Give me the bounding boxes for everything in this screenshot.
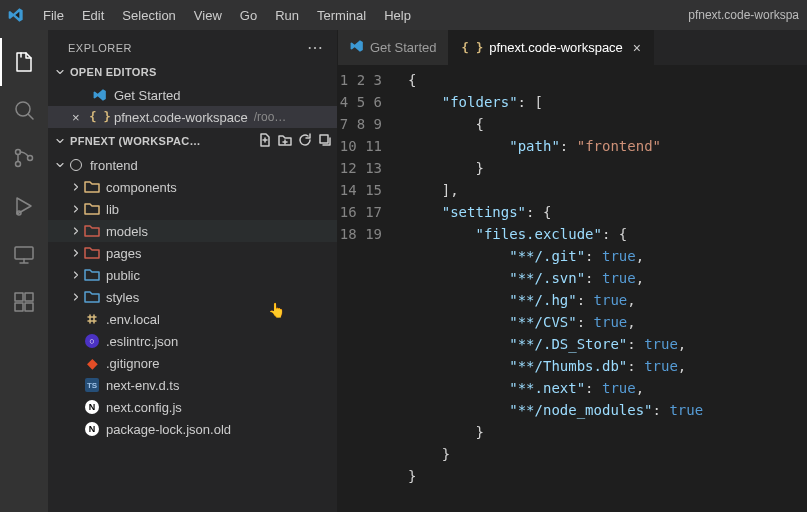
braces-icon: { } bbox=[461, 41, 483, 55]
tree-file[interactable]: Npackage-lock.json.old bbox=[48, 418, 337, 440]
folder-icon bbox=[84, 179, 100, 195]
close-icon[interactable]: × bbox=[633, 40, 641, 56]
tab-get-started[interactable]: Get Started bbox=[338, 30, 449, 65]
open-editor-label: pfnext.code-workspace bbox=[114, 110, 248, 125]
tree-label: .env.local bbox=[106, 312, 160, 327]
tree-root[interactable]: frontend bbox=[48, 154, 337, 176]
explorer-sidebar: EXPLORER ⋯ OPEN EDITORS Get Started × { … bbox=[48, 30, 338, 512]
workspace-label: PFNEXT (WORKSPAC… bbox=[70, 135, 201, 147]
svg-rect-7 bbox=[25, 293, 33, 301]
chevron-right-icon bbox=[68, 198, 84, 220]
editor-tabs: Get Started { } pfnext.code-workspace × bbox=[338, 30, 807, 65]
chevron-right-icon bbox=[68, 220, 84, 242]
braces-icon: { } bbox=[92, 109, 108, 125]
menu-selection[interactable]: Selection bbox=[113, 8, 184, 23]
activity-run[interactable] bbox=[0, 182, 48, 230]
circle-icon bbox=[68, 157, 84, 173]
sidebar-more-icon[interactable]: ⋯ bbox=[307, 40, 324, 56]
tree-file[interactable]: .env.local bbox=[48, 308, 337, 330]
eslint-icon: ○ bbox=[84, 333, 100, 349]
menu-terminal[interactable]: Terminal bbox=[308, 8, 375, 23]
folder-icon bbox=[84, 201, 100, 217]
tree-folder[interactable]: public bbox=[48, 264, 337, 286]
activity-remote[interactable] bbox=[0, 230, 48, 278]
open-editor-item[interactable]: × { } pfnext.code-workspace /roo… bbox=[48, 106, 337, 128]
code-content[interactable]: { "folders": [ { "path": "frontend" } ],… bbox=[398, 65, 807, 512]
activity-bar bbox=[0, 30, 48, 512]
chevron-right-icon bbox=[68, 264, 84, 286]
menu-edit[interactable]: Edit bbox=[73, 8, 113, 23]
folder-icon bbox=[84, 245, 100, 261]
menu-help[interactable]: Help bbox=[375, 8, 420, 23]
vscode-logo-icon bbox=[8, 7, 24, 23]
title-bar: FileEditSelectionViewGoRunTerminalHelp p… bbox=[0, 0, 807, 30]
sidebar-title: EXPLORER bbox=[68, 42, 132, 54]
open-editor-meta: /roo… bbox=[254, 110, 287, 124]
tree-label: .gitignore bbox=[106, 356, 159, 371]
folder-icon bbox=[84, 223, 100, 239]
svg-rect-9 bbox=[25, 303, 33, 311]
tree-file[interactable]: ○.eslintrc.json bbox=[48, 330, 337, 352]
tree-label: next.config.js bbox=[106, 400, 182, 415]
tree-label: public bbox=[106, 268, 140, 283]
svg-rect-10 bbox=[320, 135, 328, 143]
activity-source-control[interactable] bbox=[0, 134, 48, 182]
env-icon bbox=[84, 311, 100, 327]
tree-label: .eslintrc.json bbox=[106, 334, 178, 349]
activity-explorer[interactable] bbox=[0, 38, 48, 86]
activity-extensions[interactable] bbox=[0, 278, 48, 326]
menu-view[interactable]: View bbox=[185, 8, 231, 23]
nextjs-icon: N bbox=[84, 421, 100, 437]
new-file-icon[interactable] bbox=[257, 132, 273, 150]
svg-rect-6 bbox=[15, 293, 23, 301]
tree-folder[interactable]: components bbox=[48, 176, 337, 198]
line-numbers: 1 2 3 4 5 6 7 8 9 10 11 12 13 14 15 16 1… bbox=[338, 65, 398, 512]
tree-folder[interactable]: pages bbox=[48, 242, 337, 264]
menu-file[interactable]: File bbox=[34, 8, 73, 23]
chevron-right-icon bbox=[68, 242, 84, 264]
open-editors-section[interactable]: OPEN EDITORS bbox=[48, 60, 337, 84]
open-editor-item[interactable]: Get Started bbox=[48, 84, 337, 106]
ts-icon: TS bbox=[84, 377, 100, 393]
svg-rect-5 bbox=[15, 247, 33, 259]
open-editors-label: OPEN EDITORS bbox=[70, 66, 157, 78]
menu-run[interactable]: Run bbox=[266, 8, 308, 23]
tree-folder[interactable]: lib bbox=[48, 198, 337, 220]
chevron-down-icon bbox=[52, 154, 68, 176]
chevron-down-icon bbox=[52, 133, 68, 149]
chevron-right-icon bbox=[68, 176, 84, 198]
workspace-section[interactable]: PFNEXT (WORKSPAC… bbox=[48, 128, 337, 154]
svg-rect-8 bbox=[15, 303, 23, 311]
tree-folder[interactable]: styles bbox=[48, 286, 337, 308]
tab-label: pfnext.code-workspace bbox=[489, 40, 623, 55]
tree-label: package-lock.json.old bbox=[106, 422, 231, 437]
chevron-down-icon bbox=[52, 64, 68, 80]
git-icon: ◆ bbox=[84, 355, 100, 371]
close-icon[interactable]: × bbox=[72, 110, 88, 125]
folder-icon bbox=[84, 289, 100, 305]
tree-label: components bbox=[106, 180, 177, 195]
tree-file[interactable]: Nnext.config.js bbox=[48, 396, 337, 418]
chevron-right-icon bbox=[68, 286, 84, 308]
window-title: pfnext.code-workspa bbox=[688, 8, 799, 22]
tree-label: styles bbox=[106, 290, 139, 305]
folder-icon bbox=[84, 267, 100, 283]
tree-label: lib bbox=[106, 202, 119, 217]
tab-workspace[interactable]: { } pfnext.code-workspace × bbox=[449, 30, 654, 65]
editor-body[interactable]: 1 2 3 4 5 6 7 8 9 10 11 12 13 14 15 16 1… bbox=[338, 65, 807, 512]
new-folder-icon[interactable] bbox=[277, 132, 293, 150]
open-editor-label: Get Started bbox=[114, 88, 180, 103]
tree-label: pages bbox=[106, 246, 141, 261]
tab-label: Get Started bbox=[370, 40, 436, 55]
editor-area: Get Started { } pfnext.code-workspace × … bbox=[338, 30, 807, 512]
menu-go[interactable]: Go bbox=[231, 8, 266, 23]
tree-file[interactable]: TSnext-env.d.ts bbox=[48, 374, 337, 396]
nextjs-icon: N bbox=[84, 399, 100, 415]
tree-root-label: frontend bbox=[90, 158, 138, 173]
collapse-all-icon[interactable] bbox=[317, 132, 333, 150]
tree-folder[interactable]: models bbox=[48, 220, 337, 242]
vscode-icon bbox=[92, 87, 108, 103]
tree-file[interactable]: ◆.gitignore bbox=[48, 352, 337, 374]
refresh-icon[interactable] bbox=[297, 132, 313, 150]
activity-search[interactable] bbox=[0, 86, 48, 134]
